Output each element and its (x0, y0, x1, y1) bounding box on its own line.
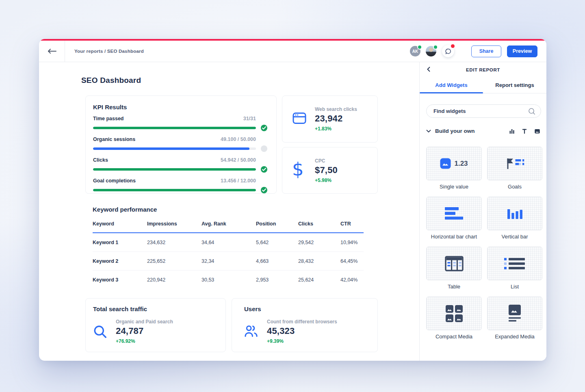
chevron-down-icon[interactable] (426, 130, 431, 133)
cpc-widget[interactable]: $ CPC $7,50 +5.98% (282, 147, 378, 194)
tab-report-settings[interactable]: Report settings (483, 77, 546, 93)
report-canvas: SEO Dashboard KPI Results Time passed 31… (39, 62, 419, 361)
widget-tile-goals[interactable]: Goals (487, 147, 542, 190)
expanded-media-thumbnail (487, 297, 542, 330)
progress-fill (93, 189, 256, 191)
table-cell: 29,542 (298, 240, 340, 245)
table-cell: 225,652 (147, 258, 202, 264)
widget-label: Horizontal bar chart (426, 234, 482, 240)
stat-delta: +9.39% (267, 338, 337, 344)
progress-track (93, 168, 256, 171)
keyword-performance-title: Keyword performance (93, 206, 378, 213)
table-cell: 34,64 (202, 240, 256, 245)
goal-check-icon (261, 125, 267, 131)
stat-label: Count from different browsers (267, 319, 337, 325)
online-status-dot (434, 45, 437, 49)
table-thumbnail (426, 247, 482, 280)
table-cell: 32,34 (202, 258, 256, 264)
widget-title: Users (244, 305, 377, 312)
list-icon (504, 257, 525, 270)
column-header: Keyword (93, 221, 147, 227)
column-header: Avg. Rank (202, 221, 256, 227)
table-cell: 220,942 (147, 277, 202, 283)
table-cell: 234,632 (147, 240, 202, 245)
users-widget[interactable]: Users Count from different browsers 45,3… (232, 298, 378, 352)
web-search-clicks-widget[interactable]: Web search clicks 23,942 +1.83% (282, 95, 378, 143)
table-cell: Keyword 3 (93, 277, 147, 283)
progress-track (93, 147, 256, 150)
widget-tile-list[interactable]: List (487, 247, 542, 290)
horizontal-bar-chart-thumbnail (426, 197, 482, 230)
widget-label: Single value (426, 184, 482, 190)
table-cell: 25,624 (298, 277, 340, 283)
progress-fill (93, 147, 249, 150)
kpi-value: 31/31 (243, 116, 256, 121)
kpi-value: 49.100 / 50.000 (221, 136, 256, 142)
page-title: SEO Dashboard (81, 76, 419, 85)
progress-fill (93, 127, 256, 129)
tab-add-widgets[interactable]: Add Widgets (420, 77, 483, 93)
stat-value: $7,50 (315, 165, 338, 175)
top-bar-actions: AK Share Preview (410, 45, 546, 57)
find-widgets-search[interactable] (426, 104, 541, 118)
progress-track (93, 127, 256, 129)
flag-goal-icon (505, 158, 525, 170)
table-cell: Keyword 1 (93, 240, 147, 245)
widget-tile-expanded-media[interactable]: Expanded Media (487, 297, 542, 340)
back-button[interactable] (39, 41, 65, 62)
stat-value: 24,787 (116, 326, 173, 336)
widget-tile-vertical-bar[interactable]: Vertical bar (487, 197, 542, 240)
table-cell: 10,94% (340, 240, 364, 245)
widget-tile-table[interactable]: Table (426, 247, 482, 290)
stat-value: 23,942 (315, 113, 357, 124)
total-search-traffic-widget[interactable]: Total search traffic Organic and Paid se… (85, 298, 226, 352)
widget-label: List (487, 284, 542, 290)
chart-view-icon[interactable] (509, 128, 515, 134)
column-header: Clicks (298, 221, 340, 227)
search-magnifier-icon (93, 325, 108, 344)
table-cell: 42,04% (340, 277, 364, 283)
table-cell: 28,432 (298, 258, 340, 264)
table-row: Keyword 1 234,632 34,64 5,642 29,542 10,… (93, 233, 364, 252)
avatar-photo[interactable] (426, 46, 436, 56)
widget-label: Vertical bar (487, 234, 542, 240)
widget-tile-compact-media[interactable]: Compact Media (426, 297, 482, 340)
kpi-label: Clicks (93, 157, 108, 163)
notification-dot (451, 44, 455, 48)
browser-icon (292, 111, 308, 142)
widget-label: Compact Media (426, 334, 482, 340)
table-cell: 4,663 (256, 258, 298, 264)
text-widget-icon[interactable] (522, 128, 527, 134)
sample-value: 1.23 (454, 160, 468, 168)
table-cell: 5,642 (256, 240, 298, 245)
kpi-results-widget[interactable]: KPI Results Time passed 31/31 (85, 95, 277, 194)
collapse-panel-button[interactable] (427, 67, 430, 72)
column-header: Position (256, 221, 298, 227)
widget-tile-single-value[interactable]: 1.23 Single value (426, 147, 482, 190)
vertical-bar-thumbnail (487, 197, 542, 230)
horizontal-bars-icon (445, 207, 464, 220)
kpi-item-goal-completions: Goal completions 13.456 / 12.000 (93, 178, 267, 193)
list-thumbnail (487, 247, 542, 280)
widget-tile-horizontal-bar-chart[interactable]: Horizontal bar chart (426, 197, 482, 240)
preview-button[interactable]: Preview (507, 45, 537, 57)
progress-fill (93, 168, 256, 171)
stat-label: Web search clicks (315, 106, 357, 112)
kpi-label: Goal completions (93, 178, 136, 184)
stat-label: Organic and Paid search (116, 319, 173, 325)
share-button[interactable]: Share (471, 45, 501, 57)
keyword-performance-widget[interactable]: Keyword performance Keyword Impressions … (85, 206, 378, 289)
chat-button[interactable] (442, 45, 454, 57)
image-widget-icon[interactable] (534, 128, 540, 134)
compact-media-thumbnail (426, 297, 482, 330)
breadcrumb[interactable]: Your reports / SEO Dashboard (65, 49, 144, 54)
kpi-label: Time passed (93, 116, 124, 121)
search-input[interactable] (433, 108, 528, 115)
keyword-table: Keyword Impressions Avg. Rank Position C… (93, 221, 364, 289)
panel-tabs: Add Widgets Report settings (420, 77, 546, 93)
stat-delta: +5.98% (315, 178, 338, 183)
kpi-results-title: KPI Results (93, 104, 267, 110)
goal-check-icon (261, 187, 267, 193)
avatar-initials[interactable]: AK (410, 46, 420, 56)
stat-delta: +76.92% (116, 338, 173, 344)
